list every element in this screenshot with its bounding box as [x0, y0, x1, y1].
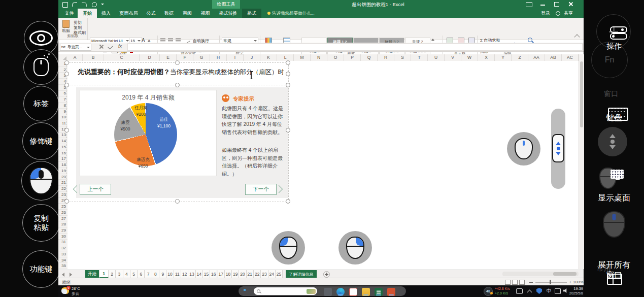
tab-home[interactable]: 开始 — [78, 9, 97, 18]
zoom-slider[interactable] — [535, 282, 567, 283]
column-header[interactable]: A — [67, 54, 83, 61]
sheet-tab[interactable]: 13 — [188, 270, 195, 278]
search-box[interactable] — [254, 287, 317, 295]
sheet-tab[interactable]: 10 — [166, 270, 174, 278]
tray-hidden-icons-chevron[interactable] — [527, 290, 532, 295]
zoom-level[interactable]: 100% — [573, 280, 583, 284]
column-header[interactable]: N — [311, 54, 327, 61]
show-desktop-button[interactable] — [596, 167, 632, 192]
column-header[interactable]: T — [411, 54, 428, 61]
row-header[interactable]: 21 — [58, 180, 67, 186]
column-header[interactable]: J — [244, 54, 260, 61]
formula-input[interactable] — [127, 43, 583, 51]
row-header[interactable]: 19 — [58, 168, 67, 174]
wheel-mouse-overlay[interactable] — [507, 132, 540, 166]
fn-button-faded[interactable]: Fn — [591, 42, 628, 78]
row-header[interactable]: 10 — [58, 114, 67, 120]
middle-mouse-button[interactable] — [599, 209, 629, 241]
row-header[interactable]: 9 — [58, 109, 67, 115]
sheet-vscroll-thumb[interactable] — [580, 61, 583, 127]
sheet-canvas[interactable] — [67, 61, 579, 269]
tray-tablet-icon[interactable] — [555, 288, 561, 294]
column-header[interactable]: X — [478, 54, 495, 61]
row-header[interactable]: 16 — [58, 150, 67, 156]
scroll-down-icon[interactable] — [556, 152, 561, 155]
row-header[interactable]: 18 — [58, 162, 67, 168]
column-header[interactable]: L — [277, 54, 294, 61]
row-header[interactable]: 20 — [58, 174, 67, 180]
column-header[interactable]: F — [177, 54, 193, 61]
tab-page-layout[interactable]: 页面布局 — [115, 9, 142, 18]
sheet-tab[interactable]: 16 — [210, 270, 217, 278]
column-header[interactable]: E — [160, 54, 177, 61]
excel-titlebar[interactable]: 绘图工具 超出饼图的教程1 - Excel — [58, 0, 584, 9]
tab-file[interactable]: 文件 — [61, 9, 78, 18]
row-header[interactable]: 23 — [58, 192, 67, 198]
taskbar-app-window-icon[interactable] — [324, 288, 332, 296]
sheet-hscroll-thumb[interactable] — [553, 272, 577, 276]
row-header[interactable]: 15 — [58, 144, 67, 150]
sheet-hscrollbar[interactable] — [502, 272, 579, 276]
tab-formulas[interactable]: 公式 — [142, 9, 160, 18]
tray-security-shield-icon[interactable] — [536, 288, 542, 294]
sheet-tab-learn-more[interactable]: 了解详细信息 — [286, 270, 317, 278]
tray-ime-indicator[interactable]: 中 — [547, 288, 552, 294]
row-header[interactable]: 11 — [58, 120, 67, 126]
sheet-tab[interactable]: 17 — [218, 270, 225, 278]
wheel-down-icon[interactable] — [609, 145, 616, 149]
sheet-tab[interactable]: 18 — [225, 270, 232, 278]
paste-button[interactable]: 粘贴 — [60, 28, 72, 34]
gallery-scroll-up-icon[interactable] — [431, 39, 434, 41]
tab-format-convert[interactable]: 格式转换 — [214, 9, 242, 18]
sheet-tab-home[interactable]: 开始 — [85, 270, 99, 278]
share-button[interactable]: 共享 — [561, 9, 576, 18]
row-header[interactable]: 14 — [58, 138, 67, 144]
column-header[interactable]: D — [140, 54, 160, 61]
tab-drawing-format[interactable]: 格式 — [242, 9, 261, 18]
column-header[interactable]: V — [445, 54, 461, 61]
column-header[interactable]: B — [83, 54, 104, 61]
align-top-icon[interactable] — [160, 38, 165, 42]
view-page-break-icon[interactable] — [519, 280, 525, 285]
labels-button[interactable]: 标签 — [23, 86, 59, 121]
column-header[interactable]: I — [227, 54, 244, 61]
row-header[interactable]: 13 — [58, 133, 67, 139]
action-toggle-icon[interactable] — [610, 26, 628, 40]
sheet-tab[interactable]: 25 — [276, 270, 283, 278]
align-middle-icon[interactable] — [168, 38, 173, 42]
tab-view[interactable]: 视图 — [196, 9, 214, 18]
sheet-tab[interactable]: 12 — [181, 270, 188, 278]
sheet-tab[interactable]: 24 — [268, 270, 276, 278]
tray-clock-date[interactable]: 2025/5/8 — [566, 291, 583, 295]
row-header[interactable]: 4 — [58, 79, 67, 85]
grid-corner-select-all[interactable] — [58, 54, 68, 61]
name-box[interactable]: txt_导览页... — [60, 44, 91, 51]
column-header[interactable]: M — [294, 54, 311, 61]
row-header[interactable]: 12 — [58, 126, 67, 133]
sheet-tab[interactable]: 21 — [247, 270, 254, 278]
row-header[interactable]: 8 — [58, 103, 67, 109]
tray-clock-time[interactable]: 19:39 — [570, 286, 583, 291]
row-header[interactable]: 2 — [58, 67, 67, 73]
right-click-overlay[interactable] — [338, 231, 372, 265]
search-daily-image[interactable] — [307, 289, 316, 294]
row-header[interactable]: 32 — [58, 245, 67, 251]
sheet-tab[interactable]: 22 — [254, 270, 261, 278]
row-header[interactable]: 7 — [58, 96, 67, 103]
tab-review[interactable]: 审阅 — [178, 9, 196, 18]
confirm-entry-icon[interactable] — [108, 44, 113, 50]
column-header[interactable]: C — [104, 54, 140, 61]
column-header[interactable]: U — [428, 54, 445, 61]
row-header[interactable]: 24 — [58, 198, 67, 204]
row-header[interactable]: 1 — [58, 61, 67, 67]
sheet-tab[interactable]: 23 — [261, 270, 268, 278]
save-icon[interactable] — [62, 2, 68, 8]
restore-button[interactable] — [554, 2, 559, 7]
zoom-in-icon[interactable]: + — [569, 280, 571, 284]
insert-function-icon[interactable]: fx — [118, 44, 122, 49]
tray-screenshot-icon[interactable] — [516, 288, 523, 294]
function-keys-button[interactable]: 功能键 — [22, 250, 60, 288]
sheet-tab[interactable]: 11 — [174, 270, 181, 278]
column-header[interactable]: G — [193, 54, 210, 61]
undo-icon[interactable] — [72, 2, 77, 7]
